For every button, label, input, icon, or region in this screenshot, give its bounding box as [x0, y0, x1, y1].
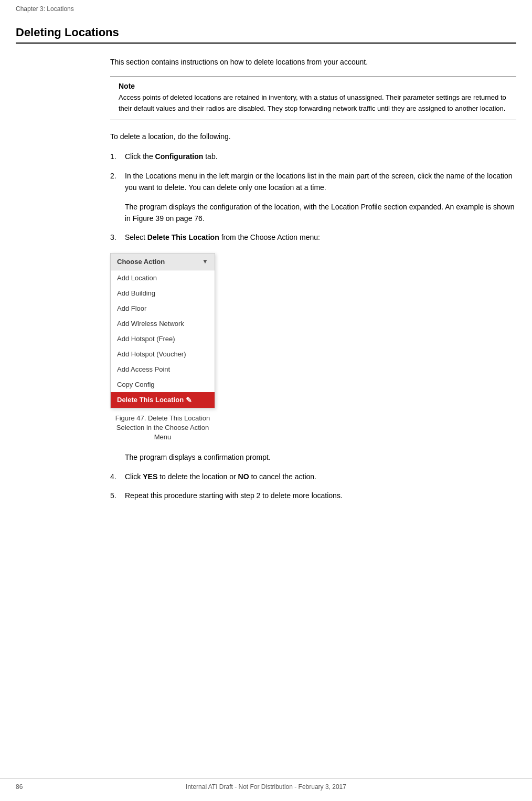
preamble-text: To delete a location, do the following.	[110, 131, 516, 142]
step-1-number: 1.	[110, 151, 121, 162]
chapter-label: Chapter 3: Locations	[16, 5, 74, 13]
menu-screenshot: Choose Action ▼ Add Location Add Buildin…	[110, 253, 516, 408]
step-1-text: Click the Configuration tab.	[125, 151, 516, 162]
menu-item-add-location[interactable]: Add Location	[111, 270, 215, 286]
step-2-sub-indent	[110, 201, 121, 225]
delete-location-label: Delete This Location	[117, 396, 184, 404]
page-footer: Internal ATI Draft - Not For Distributio…	[0, 778, 532, 791]
choose-action-menu: Choose Action ▼ Add Location Add Buildin…	[110, 253, 215, 408]
step-4-number: 4.	[110, 471, 121, 482]
step-2-sub-paragraph: The program displays the configuration o…	[125, 201, 516, 225]
menu-item-delete-location[interactable]: Delete This Location ✎	[111, 392, 215, 408]
step-2-number: 2.	[110, 170, 121, 194]
step-3-after-indent	[110, 451, 121, 463]
step-3-bold: Delete This Location	[147, 233, 219, 241]
step-5-text: Repeat this procedure starting with step…	[125, 490, 516, 501]
menu-header[interactable]: Choose Action ▼	[111, 254, 215, 270]
step-1: 1. Click the Configuration tab.	[110, 151, 516, 162]
note-box: Note Access points of deleted locations …	[110, 76, 516, 120]
menu-item-add-hotspot-free[interactable]: Add Hotspot (Free)	[111, 331, 215, 346]
step-3-after-text: The program displays a confirmation prom…	[125, 451, 516, 463]
step-4-text: Click YES to delete the location or NO t…	[125, 471, 516, 482]
step-4: 4. Click YES to delete the location or N…	[110, 471, 516, 482]
note-title: Note	[119, 82, 508, 90]
step-5: 5. Repeat this procedure starting with s…	[110, 490, 516, 501]
chapter-header: Chapter 3: Locations	[0, 0, 532, 15]
menu-item-add-building[interactable]: Add Building	[111, 286, 215, 301]
menu-item-add-wireless-network[interactable]: Add Wireless Network	[111, 316, 215, 331]
step-4-yes: YES	[143, 472, 157, 481]
step-3: 3. Select Delete This Location from the …	[110, 231, 516, 243]
menu-item-copy-config[interactable]: Copy Config	[111, 377, 215, 392]
note-text: Access points of deleted locations are r…	[119, 92, 508, 114]
section-title: Deleting Locations	[16, 26, 516, 44]
menu-item-add-floor[interactable]: Add Floor	[111, 301, 215, 316]
figure-caption: Figure 47. Delete This Location Selectio…	[110, 414, 215, 442]
main-content: Deleting Locations This section contains…	[0, 26, 532, 540]
chevron-down-icon: ▼	[202, 258, 208, 265]
menu-item-add-hotspot-voucher[interactable]: Add Hotspot (Voucher)	[111, 346, 215, 362]
menu-header-text: Choose Action	[117, 258, 165, 266]
step-2-subtext: The program displays the configuration o…	[110, 201, 516, 225]
cursor-icon: ✎	[186, 396, 192, 404]
step-2: 2. In the Locations menu in the left mar…	[110, 170, 516, 194]
step-5-number: 5.	[110, 490, 121, 501]
step-4-no: NO	[238, 472, 249, 481]
step-3-after: from the Choose Action menu:	[221, 233, 320, 241]
intro-text: This section contains instructions on ho…	[110, 56, 516, 68]
step-3-number: 3.	[110, 231, 121, 243]
step-3-text: Select Delete This Location from the Cho…	[125, 231, 516, 243]
step-3-after-block: The program displays a confirmation prom…	[110, 451, 516, 463]
step-2-text: In the Locations menu in the left margin…	[125, 170, 516, 194]
step-1-bold: Configuration	[155, 152, 204, 161]
menu-item-add-access-point[interactable]: Add Access Point	[111, 362, 215, 377]
